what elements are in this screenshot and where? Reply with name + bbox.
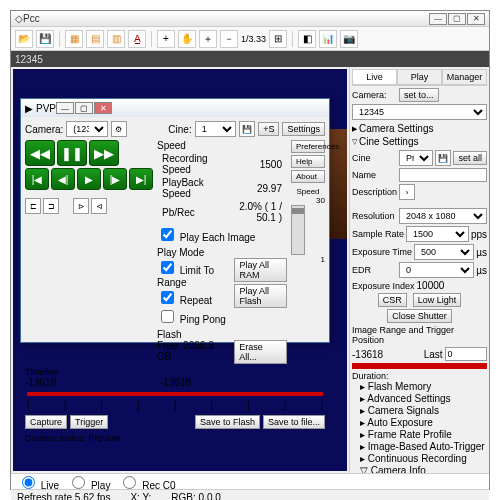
goto-out-button[interactable]: ⊲ <box>91 198 107 214</box>
resolution-select[interactable]: 2048 x 1080 <box>399 208 487 224</box>
pingpong-checkbox[interactable]: Ping Pong <box>157 314 226 325</box>
pvp-cine-select[interactable]: 1 <box>195 121 237 137</box>
histogram-icon[interactable]: 📊 <box>319 30 337 48</box>
play-ram-button[interactable]: Play All RAM <box>234 258 287 282</box>
sec-cine-settings[interactable]: Cine Settings <box>359 136 418 147</box>
pvp-title-text: PVP <box>36 103 56 114</box>
open-icon[interactable]: 📂 <box>15 30 33 48</box>
play-each-checkbox[interactable]: Play Each Image <box>157 232 255 243</box>
pvp-status: Camera status: Preview <box>25 433 325 443</box>
limit-checkbox[interactable]: Limit To Range <box>157 265 214 288</box>
timeline-slider[interactable] <box>27 392 323 396</box>
save-icon[interactable]: 💾 <box>36 30 54 48</box>
pvp-trigger[interactable]: Trigger <box>70 415 108 429</box>
tab-play[interactable]: Play <box>397 69 442 85</box>
step-back-button[interactable]: ◀| <box>51 168 75 190</box>
zoom-in-icon[interactable]: ＋ <box>199 30 217 48</box>
tool2-icon[interactable]: ◧ <box>298 30 316 48</box>
zoom-out-icon[interactable]: － <box>220 30 238 48</box>
tree-camerainfo[interactable]: ▽ Camera Info <box>352 465 487 473</box>
grid2-icon[interactable]: ▤ <box>86 30 104 48</box>
rewind-button[interactable]: ◀◀ <box>25 140 55 166</box>
camera-icon[interactable]: 📷 <box>340 30 358 48</box>
radio-play[interactable]: Play <box>67 473 110 491</box>
tool1-icon[interactable]: + <box>157 30 175 48</box>
minimize-button[interactable]: — <box>429 13 447 25</box>
pvp-prefs[interactable]: Preferences <box>291 140 325 153</box>
pvp-save-icon[interactable]: 💾 <box>239 121 255 137</box>
skip-end-button[interactable]: ▶| <box>129 168 153 190</box>
grid3-icon[interactable]: ▥ <box>107 30 125 48</box>
text-icon[interactable]: A̲ <box>128 30 146 48</box>
pvp-help[interactable]: Help <box>291 155 325 168</box>
last-input[interactable] <box>445 347 487 361</box>
step-fwd-button[interactable]: |▶ <box>103 168 127 190</box>
camera-select[interactable]: 12345 <box>352 104 487 120</box>
tree-autoexp[interactable]: ▸ Auto Exposure <box>352 417 487 429</box>
name-input[interactable] <box>399 168 487 182</box>
mode-row: Live Play Rec C0 <box>11 473 489 489</box>
mark-out-button[interactable]: ⊐ <box>43 198 59 214</box>
pvp-cam-btn[interactable]: ⚙ <box>111 121 127 137</box>
radio-rec[interactable]: Rec C0 <box>118 473 175 491</box>
pvp-close-button[interactable]: ✕ <box>94 102 112 114</box>
zoom-level: 1/3.33 <box>241 34 266 44</box>
hand-icon[interactable]: ✋ <box>178 30 196 48</box>
preview-tab[interactable]: 12345 <box>15 54 43 65</box>
pvp-plus-s[interactable]: +S <box>258 122 279 136</box>
sec-camera-settings[interactable]: Camera Settings <box>359 123 433 134</box>
status-bar: Refresh rate 5.62 fps X: Y: RGB: 0,0,0 <box>11 489 489 500</box>
pvp-camera-select[interactable]: (12345) <box>66 121 108 137</box>
duration-bar[interactable] <box>352 363 487 369</box>
radio-live[interactable]: Live <box>17 473 59 491</box>
tree-flash[interactable]: ▸ Flash Memory <box>352 381 487 393</box>
mark-in-button[interactable]: ⊏ <box>25 198 41 214</box>
pvp-window: ▶ PVP — ▢ ✕ Camera: (12345) ⚙ Cine: 1 💾 … <box>20 98 330 343</box>
app-icon: ◇ <box>15 13 23 24</box>
setto-button[interactable]: set to... <box>399 88 439 102</box>
close-button[interactable]: ✕ <box>467 13 485 25</box>
pvp-max-button[interactable]: ▢ <box>75 102 93 114</box>
tree-framerate[interactable]: ▸ Frame Rate Profile <box>352 429 487 441</box>
goto-in-button[interactable]: ⊳ <box>73 198 89 214</box>
exposure-select[interactable]: 500 <box>414 244 474 260</box>
save-flash-button[interactable]: Save to Flash <box>195 415 260 429</box>
pause-button[interactable]: ❚❚ <box>57 140 87 166</box>
rate-select[interactable]: 1500 <box>406 226 469 242</box>
tree-signals[interactable]: ▸ Camera Signals <box>352 405 487 417</box>
pvp-about[interactable]: About <box>291 170 325 183</box>
forward-button[interactable]: ▶▶ <box>89 140 119 166</box>
right-panel: Live Play Manager Camera: set to... 1234… <box>349 67 489 473</box>
main-toolbar: 📂 💾 ▦ ▤ ▥ A̲ + ✋ ＋ － 1/3.33 ⊞ ◧ 📊 📷 <box>11 27 489 51</box>
pvp-titlebar[interactable]: ▶ PVP — ▢ ✕ <box>21 99 329 117</box>
speed-slider[interactable] <box>291 205 305 255</box>
save-file-button[interactable]: Save to file... <box>263 415 325 429</box>
tree-continuous[interactable]: ▸ Continuous Recording <box>352 453 487 465</box>
tab-bar: 12345 <box>11 51 489 67</box>
main-titlebar: ◇ Pcc — ▢ ✕ <box>11 11 489 27</box>
setall-button[interactable]: set all <box>453 151 487 165</box>
tree-advanced[interactable]: ▸ Advanced Settings <box>352 393 487 405</box>
csr-button[interactable]: CSR <box>378 293 407 307</box>
edr-select[interactable]: 0 <box>399 262 474 278</box>
pvp-settings[interactable]: Settings <box>282 122 325 136</box>
repeat-checkbox[interactable]: Repeat <box>157 295 212 306</box>
desc-button[interactable]: › <box>399 184 415 200</box>
tab-live[interactable]: Live <box>352 69 397 85</box>
skip-start-button[interactable]: |◀ <box>25 168 49 190</box>
play-flash-button[interactable]: Play All Flash <box>234 284 287 308</box>
grid1-icon[interactable]: ▦ <box>65 30 83 48</box>
lowlight-button[interactable]: Low Light <box>413 293 462 307</box>
fit-icon[interactable]: ⊞ <box>269 30 287 48</box>
tree-autotrigger[interactable]: ▸ Image-Based Auto-Trigger <box>352 441 487 453</box>
cine-select[interactable]: Preview <box>399 150 433 166</box>
save-icon[interactable]: 💾 <box>435 150 451 166</box>
pvp-min-button[interactable]: — <box>56 102 74 114</box>
erase-button[interactable]: Erase All... <box>234 340 287 364</box>
pvp-capture[interactable]: Capture <box>25 415 67 429</box>
maximize-button[interactable]: ▢ <box>448 13 466 25</box>
play-button[interactable]: ▶ <box>77 168 101 190</box>
close-shutter-button[interactable]: Close Shutter <box>387 309 452 323</box>
status-xy: X: Y: <box>130 492 151 500</box>
tab-manager[interactable]: Manager <box>442 69 487 85</box>
